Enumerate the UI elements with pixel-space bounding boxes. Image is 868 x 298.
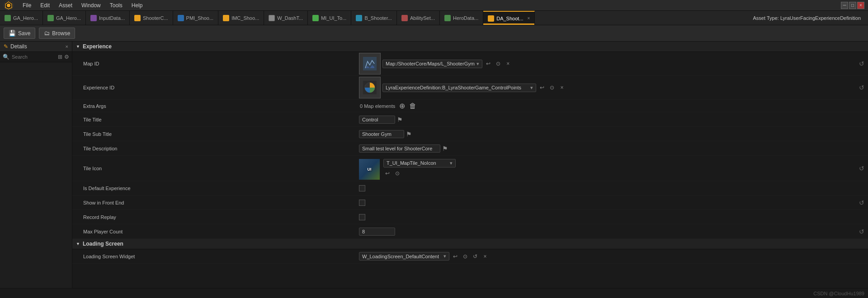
tile-icon-navigate-icon[interactable]: ↩ — [383, 169, 392, 177]
map-id-copy-icon[interactable]: ⊙ — [494, 60, 502, 68]
search-input[interactable] — [12, 54, 56, 60]
tile-subtitle-input[interactable] — [359, 130, 404, 138]
experience-id-clear-icon[interactable]: × — [558, 84, 566, 92]
tile-icon-thumbnail: UI — [359, 159, 380, 180]
record-replay-checkbox[interactable] — [359, 214, 365, 220]
pencil-icon: ✎ — [4, 43, 8, 50]
loading-screen-copy-icon[interactable]: ⊙ — [461, 252, 469, 261]
details-panel: ✎ Details × 🔍 ⊞ ⚙ — [0, 42, 72, 298]
max-player-count-reset[interactable]: ↺ — [859, 228, 868, 235]
tabs-bar: GA_Hero... GA_Hero... InputData... Shoot… — [0, 11, 868, 25]
details-close-button[interactable]: × — [66, 44, 68, 49]
delete-map-element-icon[interactable]: 🗑 — [409, 102, 417, 110]
max-player-count-input[interactable] — [359, 228, 395, 236]
tab-pmishoo[interactable]: PMI_Shoo... — [173, 11, 219, 25]
tab-ga-hero2[interactable]: GA_Hero... — [43, 11, 86, 25]
map-id-navigate-icon[interactable]: ↩ — [484, 60, 492, 68]
tab-inputdata[interactable]: InputData... — [86, 11, 130, 25]
map-id-dropdown[interactable]: Map:/ShooterCore/Maps/L_ShooterGym ▾ — [382, 60, 482, 68]
experience-id-value: LyraExperienceDefinition:B_LyraShooterGa… — [357, 77, 859, 98]
toolbar: 💾 Save 🗂 Browse — [0, 25, 868, 42]
map-id-thumbnail — [359, 53, 381, 74]
tile-title-label: Tile Title — [72, 117, 357, 122]
tab-icon-abilityset — [401, 15, 408, 21]
tile-icon-actions: ↩ ⊙ — [383, 169, 456, 177]
map-id-row: Map ID Map:/ShooterCore/Maps/L_ShooterGy… — [72, 52, 868, 76]
map-id-clear-icon[interactable]: × — [504, 60, 512, 68]
experience-id-copy-icon[interactable]: ⊙ — [548, 84, 556, 92]
tab-wdasht[interactable]: W_DashT... — [264, 11, 308, 25]
is-default-experience-checkbox[interactable] — [359, 185, 365, 191]
show-front-end-reset[interactable]: ↺ — [859, 199, 868, 206]
tab-label-dashoot: DA_Shoot... — [496, 16, 523, 21]
tab-miuito[interactable]: MI_UI_To... — [308, 11, 351, 25]
tile-title-input[interactable] — [359, 116, 395, 124]
loading-screen-refresh-icon[interactable]: ↺ — [471, 252, 479, 261]
tab-shooterc[interactable]: ShooterC... — [130, 11, 173, 25]
tile-title-value: ⚑ — [357, 116, 868, 124]
settings-icon[interactable]: ⚙ — [64, 54, 69, 60]
tab-imcshoo[interactable]: IMC_Shoo... — [218, 11, 264, 25]
menu-tools[interactable]: Tools — [106, 1, 126, 9]
experience-id-navigate-icon[interactable]: ↩ — [538, 84, 546, 92]
tab-herodata[interactable]: HeroData... — [440, 11, 483, 25]
tab-label-abilityset: AbilitySet... — [410, 15, 435, 21]
tile-icon-dropdown-value: T_UI_MapTile_NoIcon — [387, 160, 436, 166]
window-minimize[interactable]: ─ — [841, 2, 848, 9]
experience-id-row: Experience ID LyraExperienceDefinition:B… — [72, 76, 868, 100]
tab-bshooter[interactable]: B_Shooter... — [351, 11, 397, 25]
experience-id-reset[interactable]: ↺ — [859, 84, 868, 91]
tab-icon-inputdata — [90, 15, 97, 21]
tile-subtitle-flag-icon[interactable]: ⚑ — [406, 130, 412, 138]
tab-ga-hero1[interactable]: GA_Hero... — [0, 11, 43, 25]
show-front-end-row: Show in Front End ↺ — [72, 196, 868, 210]
tab-abilityset[interactable]: AbilitySet... — [397, 11, 440, 25]
tab-close-dashoot[interactable]: × — [528, 16, 530, 21]
window-maximize[interactable]: □ — [849, 2, 856, 9]
loading-screen-widget-dropdown-value: W_LoadingScreen_DefaultContent — [362, 254, 439, 259]
menu-window[interactable]: Window — [78, 1, 104, 9]
window-close[interactable]: × — [857, 2, 864, 9]
browse-label: Browse — [52, 30, 70, 37]
tile-title-flag-icon[interactable]: ⚑ — [397, 116, 403, 123]
search-icons: ⊞ ⚙ — [58, 54, 69, 60]
menu-file[interactable]: File — [19, 1, 35, 9]
browse-button[interactable]: 🗂 Browse — [39, 28, 75, 39]
loading-screen-widget-dropdown[interactable]: W_LoadingScreen_DefaultContent ▾ — [359, 252, 449, 261]
tab-dashoot[interactable]: DA_Shoot... × — [483, 11, 535, 25]
loading-screen-widget-actions: ↩ ⊙ ↺ × — [451, 252, 489, 261]
add-map-element-icon[interactable]: ⊕ — [398, 102, 406, 110]
experience-section-header[interactable]: ▼ Experience — [72, 42, 868, 52]
tile-description-input[interactable] — [359, 144, 440, 153]
grid-view-icon[interactable]: ⊞ — [58, 54, 62, 60]
tile-icon-arrow: ▾ — [450, 160, 453, 166]
map-dropdown-arrow-icon: ▾ — [476, 61, 479, 67]
tile-icon-reset[interactable]: ↺ — [859, 165, 868, 172]
experience-dropdown-arrow-icon: ▾ — [530, 85, 533, 91]
tile-icon-copy-icon[interactable]: ⊙ — [393, 169, 401, 177]
save-button[interactable]: 💾 Save — [4, 28, 35, 39]
menu-bar: File Edit Asset Window Tools Help ─ □ × — [0, 0, 868, 11]
loading-screen-section-header[interactable]: ▼ Loading Screen — [72, 239, 868, 249]
asset-type-container: Asset Type: LyraUserFacingExperienceDefi… — [746, 11, 868, 25]
max-player-count-row: Max Player Count ↺ — [72, 224, 868, 239]
menu-edit[interactable]: Edit — [37, 1, 53, 9]
menu-help[interactable]: Help — [128, 1, 146, 9]
record-replay-value — [357, 214, 868, 220]
map-id-reset[interactable]: ↺ — [859, 60, 868, 67]
experience-id-dropdown-value: LyraExperienceDefinition:B_LyraShooterGa… — [386, 85, 521, 90]
menu-asset[interactable]: Asset — [55, 1, 76, 9]
loading-screen-widget-label: Loading Screen Widget — [72, 254, 357, 259]
experience-id-thumbnail — [359, 77, 381, 98]
show-front-end-checkbox[interactable] — [359, 200, 365, 206]
loading-screen-clear-icon[interactable]: × — [481, 252, 489, 261]
details-search-bar: 🔍 ⊞ ⚙ — [0, 52, 72, 62]
loading-screen-navigate-icon[interactable]: ↩ — [451, 252, 459, 261]
experience-id-dropdown[interactable]: LyraExperienceDefinition:B_LyraShooterGa… — [382, 84, 536, 92]
experience-id-actions: ↩ ⊙ × — [538, 84, 566, 92]
tile-description-flag-icon[interactable]: ⚑ — [442, 145, 448, 152]
extra-args-row: Extra Args 0 Map elements ⊕ 🗑 — [72, 100, 868, 112]
is-default-experience-label: Is Default Experience — [72, 186, 357, 191]
tile-subtitle-label: Tile Sub Title — [72, 131, 357, 137]
tile-icon-dropdown[interactable]: T_UI_MapTile_NoIcon ▾ — [383, 159, 456, 168]
